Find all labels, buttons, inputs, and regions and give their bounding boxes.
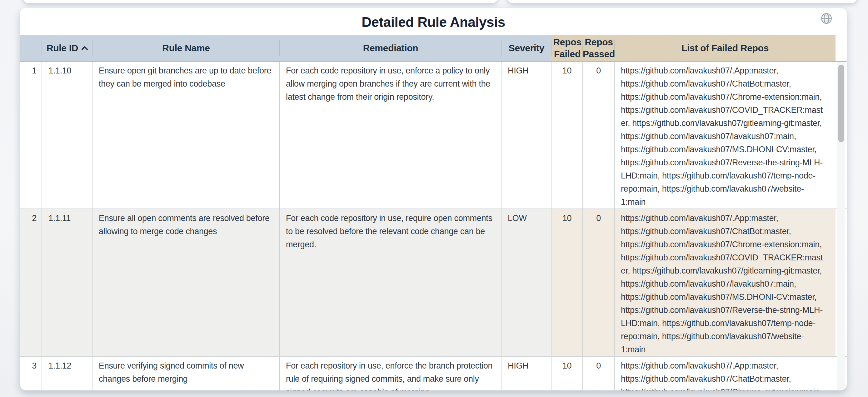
card-above-left-edge bbox=[23, 0, 498, 3]
card-header: Detailed Rule Analysis bbox=[20, 8, 847, 35]
column-header-rule-id-label: Rule ID bbox=[46, 42, 78, 54]
cell-rule-name: Ensure all open comments are resolved be… bbox=[92, 209, 280, 356]
cell-rule-name: Ensure verifying signed commits of new c… bbox=[92, 357, 280, 391]
cell-rule-id: 1.1.10 bbox=[42, 62, 92, 209]
table-scrollbar[interactable] bbox=[837, 62, 845, 390]
cell-severity: HIGH bbox=[501, 357, 552, 391]
cell-remediation: For each code repository in use, require… bbox=[280, 209, 501, 356]
cell-row-index: 3 bbox=[20, 357, 42, 391]
column-header-repos-passed[interactable]: Repos Passed bbox=[583, 35, 615, 61]
cell-rule-name: Ensure open git branches are up to date … bbox=[92, 62, 280, 209]
rule-analysis-table: Rule ID Rule Name Remediation Severity R… bbox=[20, 35, 847, 391]
column-header-remediation[interactable]: Remediation bbox=[280, 35, 501, 61]
cell-rule-id: 1.1.11 bbox=[42, 209, 92, 356]
cell-repos-passed: 0 bbox=[583, 62, 615, 209]
cell-rule-id: 1.1.12 bbox=[42, 357, 92, 391]
cell-severity: LOW bbox=[501, 209, 552, 356]
table-row: 1 1.1.10 Ensure open git branches are up… bbox=[20, 62, 847, 209]
cell-row-index: 2 bbox=[20, 209, 42, 356]
table-header-row: Rule ID Rule Name Remediation Severity R… bbox=[20, 35, 847, 62]
cell-row-index: 1 bbox=[20, 62, 42, 209]
detailed-rule-analysis-card: Detailed Rule Analysis Rule ID Rule Name… bbox=[20, 8, 847, 391]
page-title: Detailed Rule Analysis bbox=[20, 8, 847, 37]
cell-remediation: For each repository in use, enforce the … bbox=[280, 357, 501, 391]
cell-failed-repos: https://github.com/lavakush07/.App:maste… bbox=[615, 62, 836, 209]
cell-remediation: For each code repository in use, enforce… bbox=[280, 62, 501, 209]
card-above-right-edge bbox=[507, 0, 857, 3]
column-header-repos-failed[interactable]: Repos Failed bbox=[552, 35, 583, 61]
column-header-failed-repos[interactable]: List of Failed Repos bbox=[615, 35, 836, 61]
cell-repos-passed: 0 bbox=[583, 357, 615, 391]
sort-ascending-icon bbox=[81, 46, 88, 50]
cell-failed-repos: https://github.com/lavakush07/.App:maste… bbox=[615, 357, 836, 391]
cell-failed-repos: https://github.com/lavakush07/.App:maste… bbox=[615, 209, 836, 356]
cell-repos-failed: 10 bbox=[552, 209, 583, 356]
scrollbar-thumb[interactable] bbox=[838, 65, 844, 142]
column-header-severity[interactable]: Severity bbox=[501, 35, 552, 61]
cell-severity: HIGH bbox=[501, 62, 552, 209]
cell-repos-failed: 10 bbox=[552, 62, 583, 209]
cell-repos-passed: 0 bbox=[583, 209, 615, 356]
column-header-rule-id[interactable]: Rule ID bbox=[42, 35, 92, 61]
table-row: 2 1.1.11 Ensure all open comments are re… bbox=[20, 209, 847, 356]
table-row: 3 1.1.12 Ensure verifying signed commits… bbox=[20, 356, 847, 391]
column-header-rule-name[interactable]: Rule Name bbox=[92, 35, 280, 61]
column-header-index bbox=[20, 35, 42, 61]
cell-repos-failed: 10 bbox=[552, 357, 583, 391]
globe-icon[interactable] bbox=[820, 12, 833, 25]
